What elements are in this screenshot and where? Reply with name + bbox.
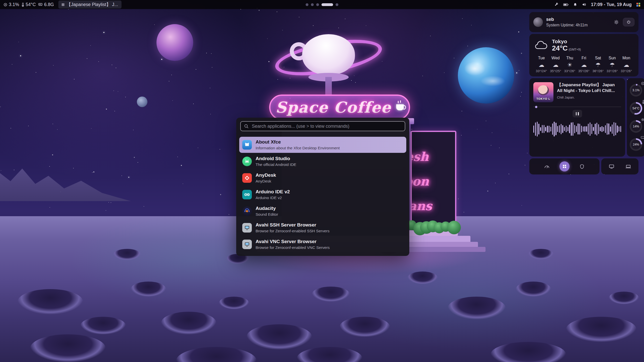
crater (448, 297, 506, 319)
grid-icon (562, 164, 567, 168)
system-gauges: 3.1%54°C14%24% (627, 78, 644, 157)
workspace-dot[interactable] (321, 3, 333, 6)
laptop-icon (626, 165, 631, 168)
cloud-icon: ☁ (534, 62, 548, 68)
settings-button[interactable] (613, 19, 620, 26)
workspace-dot[interactable] (316, 3, 319, 6)
keyboard-button[interactable] (623, 161, 633, 171)
launcher-item-title: Avahi SSH Server Browser (256, 222, 330, 228)
gauge-value: 3.1% (631, 85, 641, 95)
app-grid-icon[interactable] (636, 3, 640, 7)
crater (161, 312, 216, 334)
notifications-bell-icon[interactable] (573, 3, 577, 7)
launcher-item[interactable]: Arduino IDE v2 Arduino IDE v2 (239, 187, 406, 203)
launcher-item[interactable]: About Xfce Information about the Xfce De… (239, 137, 406, 153)
clock[interactable]: 17:09 - Tue, 19 Aug (591, 2, 632, 7)
speedometer-icon (544, 165, 550, 168)
app-icon-xfce (242, 140, 252, 150)
bush (447, 221, 461, 234)
now-playing-pill[interactable]: 【Japanese Playlist】 J... (58, 1, 122, 9)
workspace-dots[interactable] (306, 0, 338, 9)
quick-actions-left (529, 158, 599, 174)
workspace-dot[interactable] (306, 3, 308, 6)
launcher-item[interactable]: Android Studio The official Android IDE (239, 153, 406, 169)
shield-icon (580, 164, 584, 169)
launcher-item-title: Android Studio (256, 156, 296, 162)
launcher-item-title: Audacity (256, 205, 278, 211)
memory-icon (38, 3, 43, 6)
small-moon (137, 97, 147, 107)
crater (312, 287, 350, 302)
cpu-usage-indicator: 3.1% (4, 2, 19, 7)
power-button[interactable] (623, 18, 634, 26)
workspace-dot[interactable] (311, 3, 314, 6)
mountains (0, 156, 131, 201)
temp-icon (642, 100, 644, 104)
gauge-gear: 14% (627, 117, 644, 135)
launcher-item-description: AnyDesk (256, 179, 276, 184)
application-launcher: About Xfce Information about the Xfce De… (236, 118, 409, 256)
earth-planet (458, 47, 514, 104)
system-uptime: System Uptime: 4h11m (546, 23, 588, 27)
forecast-row: Tue☁33°/24°Wed☁35°/25°Thu☀33°/26°Fri☁35°… (534, 56, 633, 73)
gauge-temp: 54°C (627, 99, 644, 117)
media-progress-slider[interactable] (533, 106, 621, 108)
battery-icon[interactable] (563, 3, 569, 6)
temperature-indicator: 54°C (22, 2, 36, 7)
security-button[interactable] (577, 161, 587, 171)
launcher-item-description: Arduino IDE v2 (256, 195, 290, 200)
rain-icon: ☂ (605, 62, 619, 68)
now-playing-text: 【Japanese Playlist】 J... (66, 2, 118, 8)
media-title: 【Japanese Playlist】 Japan All Night - To… (557, 82, 621, 94)
launcher-item-description: The official Android IDE (256, 162, 296, 167)
launcher-item[interactable]: Avahi SSH Server Browser Browse for Zero… (239, 220, 406, 236)
launcher-item[interactable]: AnyDesk AnyDesk (239, 170, 406, 186)
launcher-item[interactable]: Avahi VNC Server Browser Browse for Zero… (239, 236, 406, 252)
tools-icon[interactable] (554, 3, 559, 7)
workspace-dot[interactable] (336, 3, 338, 6)
crater (408, 272, 438, 284)
pause-icon (62, 3, 64, 6)
forecast-day: Sat☂36°/26° (591, 56, 605, 73)
crater (340, 317, 390, 337)
search-input[interactable] (240, 121, 405, 131)
launcher-item-description: Browse for Zeroconf-enabled SSH Servers (256, 229, 330, 233)
launcher-item[interactable]: Audacity Sound Editor (239, 203, 406, 219)
crater (131, 282, 166, 297)
space-coffee-sign: Space Coffee (269, 95, 410, 120)
display-button[interactable] (607, 161, 617, 171)
app-icon-android (242, 157, 252, 166)
gauge-value: 54°C (631, 104, 641, 113)
crater (528, 249, 553, 259)
weather-widget: Tokyo 24°C(GMT+9) Tue☁33°/24°Wed☁35°/25°… (529, 34, 638, 76)
temperature-value: 54°C (26, 2, 36, 7)
crater (30, 334, 106, 362)
rain-icon: ☂ (591, 62, 605, 68)
cpu-usage-value: 3.1% (9, 2, 19, 7)
crater (516, 282, 551, 297)
user-card: seb System Uptime: 4h11m (529, 12, 638, 32)
crater (113, 249, 141, 260)
media-player-widget: TOKYO L 【Japanese Playlist】 Japan All Ni… (529, 78, 625, 157)
volume-icon[interactable] (582, 2, 586, 7)
gauge-value: 14% (631, 122, 641, 131)
cloud-icon (534, 40, 548, 50)
crater (80, 317, 126, 334)
cloud-icon: ☁ (577, 62, 591, 68)
crater (566, 317, 636, 342)
apps-button[interactable] (559, 161, 570, 171)
performance-button[interactable] (542, 161, 552, 171)
weather-timezone: (GMT+9) (569, 48, 581, 51)
forecast-day: Sun☂33°/26° (605, 56, 619, 73)
forecast-day: Fri☁35°/26° (577, 56, 591, 73)
purple-planet (156, 24, 193, 61)
weather-city: Tokyo (552, 38, 581, 44)
sign-text: Space Coffee (275, 99, 391, 116)
gear-icon (641, 118, 644, 121)
crater (491, 342, 566, 362)
launcher-item-title: AnyDesk (256, 172, 276, 178)
pause-button[interactable] (573, 110, 582, 117)
avatar[interactable] (533, 17, 543, 27)
audio-waveform (533, 120, 621, 138)
launcher-list: About Xfce Information about the Xfce De… (236, 137, 409, 252)
